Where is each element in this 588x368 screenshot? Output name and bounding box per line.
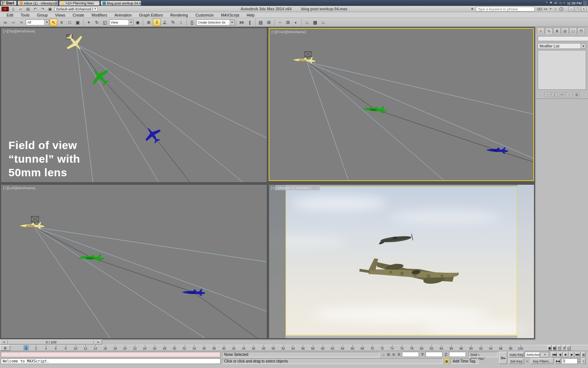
selection-filter-dropdown[interactable]: All▼ xyxy=(26,20,49,25)
z-coordinate-field[interactable] xyxy=(449,352,466,357)
show-desktop-button[interactable] xyxy=(584,1,587,6)
viewport-left[interactable]: [+][Left][Wireframe] xyxy=(1,184,267,339)
tab-utilities[interactable]: ⊓ xyxy=(577,28,585,34)
material-editor-button[interactable]: ◐ xyxy=(292,19,300,26)
viewport-camera-label[interactable]: [+][ Shooter ] [ Shaded ] xyxy=(271,186,311,190)
zoom-extents-button[interactable]: ▣ xyxy=(548,345,552,351)
x-coordinate-field[interactable] xyxy=(402,352,419,357)
redo-button[interactable]: ↷ xyxy=(40,7,46,11)
workspace-dropdown-arrow[interactable]: ▾ xyxy=(94,7,96,10)
time-slider-handle[interactable]: 0 / 100 xyxy=(8,340,94,344)
modifier-list-dropdown[interactable]: Modifier List▼ xyxy=(538,43,586,49)
layer-manager-button[interactable]: ▤ xyxy=(257,19,265,26)
scene-explorer-button[interactable]: ⊞ xyxy=(265,19,273,26)
auto-key-button[interactable]: Auto Key xyxy=(509,352,524,357)
select-and-move-button[interactable]: + xyxy=(85,19,93,26)
favorites-star-icon[interactable]: ☆ xyxy=(554,7,557,11)
taskbar-task-folder[interactable]: A2A Planning Max xyxy=(59,1,100,6)
orbit-button[interactable]: ↺ xyxy=(562,345,566,351)
minimize-button[interactable]: – xyxy=(569,7,574,11)
tray-chevron-icon[interactable]: ^ xyxy=(546,1,548,5)
menu-item-edit[interactable]: Edit xyxy=(3,13,17,18)
viewport-top-label[interactable]: [+][Top][Wireframe] xyxy=(3,29,35,33)
go-to-end-button[interactable]: ▶▶| xyxy=(575,352,580,357)
mini-curve-editor-button[interactable]: ≣ xyxy=(0,345,10,351)
configure-modifier-sets-button[interactable]: ▦ xyxy=(574,92,580,97)
taskbar-task-max-doc[interactable]: blog post workup 04.ma... xyxy=(101,1,141,6)
menu-item-customize[interactable]: Customize xyxy=(192,13,218,18)
y-coordinate-field[interactable] xyxy=(426,352,442,357)
go-to-start-button[interactable]: |◀◀ xyxy=(551,352,557,357)
communication-center-icon[interactable]: ⌖ xyxy=(549,7,552,11)
rectangular-selection-region-button[interactable]: □ xyxy=(66,19,74,26)
time-slider-track[interactable] xyxy=(102,340,535,344)
camera-plane-object[interactable] xyxy=(293,56,316,64)
tab-create[interactable]: ∗ xyxy=(537,28,545,34)
tray-flag-icon[interactable]: ⚑ xyxy=(549,1,552,5)
search-binoculars-icon[interactable]: ⊙⊙ xyxy=(537,7,542,11)
play-button[interactable]: ▶ xyxy=(563,352,569,357)
dropdown-arrow-icon[interactable]: ▼ xyxy=(540,352,549,357)
maxscript-mini-listener-input[interactable] xyxy=(1,352,220,357)
search-input[interactable] xyxy=(476,7,535,11)
zoom-tool-button[interactable]: ⊕ xyxy=(581,352,585,357)
lock-selection-icon[interactable]: ⊠ xyxy=(386,352,391,357)
track-bar[interactable]: ≣ 0 2 4 6 8 10 12 14 16 18 20 22 24 26 2… xyxy=(0,345,588,351)
select-and-manipulate-button[interactable]: ⊕ xyxy=(145,19,153,26)
make-unique-button[interactable]: ⋈ xyxy=(559,92,565,97)
undo-button[interactable]: ↶ xyxy=(32,7,38,11)
tray-network-icon[interactable]: ⇄ xyxy=(554,1,557,5)
schematic-view-button[interactable]: ⊞ xyxy=(284,19,292,26)
tab-modify[interactable]: ∿ xyxy=(545,28,553,34)
reference-coordinate-dropdown[interactable]: View▼ xyxy=(109,20,133,25)
menu-item-animation[interactable]: Animation xyxy=(111,13,136,18)
menu-item-graph-editors[interactable]: Graph Editors xyxy=(135,13,166,18)
zoom-extents-all-button[interactable]: ▩ xyxy=(552,345,556,351)
absolute-offset-toggle-icon[interactable]: ⊕ xyxy=(391,352,396,357)
show-end-result-button[interactable]: ∥ xyxy=(552,92,557,97)
camera-plane-object[interactable] xyxy=(19,221,45,230)
save-file-button[interactable]: ▤ xyxy=(25,7,31,11)
selected-filter-dropdown[interactable]: Selected▼ xyxy=(525,352,549,357)
close-button[interactable]: × xyxy=(581,7,587,11)
angle-snap-button[interactable]: ∠ xyxy=(161,19,169,26)
viewport-left-label[interactable]: [+][Left][Wireframe] xyxy=(3,186,35,190)
menu-item-tools[interactable]: Tools xyxy=(17,13,33,18)
green-plane-object[interactable] xyxy=(362,104,388,114)
green-plane-object[interactable] xyxy=(87,63,114,90)
tray-update-icon[interactable]: ● xyxy=(563,1,565,5)
infocenter-arrow-icon[interactable]: ▶ xyxy=(472,7,473,10)
menu-item-modifiers[interactable]: Modifiers xyxy=(88,13,111,18)
align-button[interactable]: ∥ xyxy=(246,19,254,26)
menu-item-group[interactable]: Group xyxy=(33,13,51,18)
selection-lock-icon[interactable]: ☼ xyxy=(381,352,386,357)
select-and-link-button[interactable]: ∞ xyxy=(1,19,9,26)
dropdown-arrow-icon[interactable]: ▼ xyxy=(44,20,49,25)
select-and-scale-button[interactable]: ◱ xyxy=(101,19,109,26)
render-setup-button[interactable]: ♨ xyxy=(303,19,311,26)
curve-editor-button[interactable]: ~ xyxy=(276,19,284,26)
snaps-toggle-button[interactable]: 3 xyxy=(153,19,161,26)
restore-button[interactable]: ❐ xyxy=(575,7,580,11)
menu-item-create[interactable]: Create xyxy=(69,13,88,18)
menu-item-rendering[interactable]: Rendering xyxy=(166,13,191,18)
mirror-button[interactable]: ⋈ xyxy=(238,19,245,26)
open-file-button[interactable]: ▱ xyxy=(18,7,24,11)
tray-speaker-icon[interactable]: ◁ xyxy=(559,1,562,5)
menu-item-maxscript[interactable]: MAXScript xyxy=(217,13,243,18)
blue-plane-object[interactable] xyxy=(141,123,165,146)
zoom-region-button[interactable]: ◰ xyxy=(557,345,561,351)
rendered-frame-window-button[interactable]: ▦ xyxy=(311,19,319,26)
menu-item-help[interactable]: Help xyxy=(243,13,258,18)
percent-snap-button[interactable]: % xyxy=(169,19,177,26)
select-object-button[interactable]: ↖ xyxy=(50,19,57,26)
dropdown-arrow-icon[interactable]: ▼ xyxy=(129,20,133,25)
maximize-viewport-toggle[interactable]: ◱ xyxy=(567,345,571,351)
subscription-key-icon[interactable]: ⊶ xyxy=(544,7,547,11)
time-slider-prev-button[interactable]: < xyxy=(0,340,8,344)
viewport-top[interactable]: [+][Top][Wireframe] Fie xyxy=(1,28,267,183)
edit-named-selection-sets-button[interactable]: {} xyxy=(188,19,196,26)
tab-display[interactable]: □ xyxy=(569,28,577,34)
camera-plane-object[interactable] xyxy=(61,29,88,56)
window-crossing-toggle[interactable]: ▣ xyxy=(74,19,82,26)
